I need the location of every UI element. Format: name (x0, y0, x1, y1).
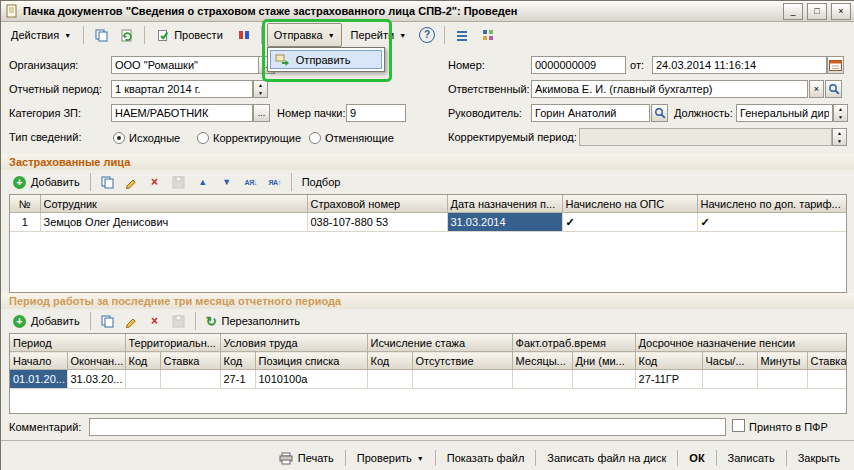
insured-sort-asc-button[interactable]: АЯ↓ (240, 171, 262, 193)
col-header-employee[interactable]: Сотрудник (40, 195, 307, 213)
insured-delete-button[interactable]: × (144, 171, 166, 193)
cell-list-position[interactable]: 1010100а (255, 370, 367, 389)
periods-add-button[interactable]: + Добавить (8, 310, 85, 332)
menu-item-send[interactable]: Отправить (270, 50, 382, 69)
group-early-pension[interactable]: Досрочное назначение пенсии (635, 334, 847, 352)
category-ellipsis-button[interactable]: ... (253, 104, 270, 122)
insured-edit-button[interactable] (120, 171, 142, 193)
number-input[interactable] (531, 56, 626, 74)
close-button[interactable]: × (831, 3, 851, 20)
col-list-position[interactable]: Позиция списка (255, 352, 367, 370)
periods-row[interactable]: 01.01.20... 31.03.20... 27-1 1010100а 27… (10, 370, 847, 389)
cell-minutes[interactable] (757, 370, 807, 389)
cell-absence[interactable] (412, 370, 512, 389)
responsible-clear-button[interactable]: × (809, 80, 824, 98)
cell-pension-code[interactable]: 27-11ГР (635, 370, 702, 389)
responsible-lookup-button[interactable] (825, 80, 842, 98)
close-form-button[interactable]: Закрыть (790, 446, 848, 470)
report-period-spinner[interactable]: ▲ ▼ (253, 80, 268, 98)
cell-terr-rate[interactable] (160, 370, 220, 389)
show-file-button[interactable]: Показать файл (439, 446, 533, 470)
manager-input[interactable] (531, 104, 650, 122)
col-cond-code[interactable]: Код (220, 352, 255, 370)
col-rate[interactable]: Ставка (807, 352, 847, 370)
col-months[interactable]: Месяцы... (512, 352, 572, 370)
cell-assign-date[interactable]: 31.03.2014 (447, 213, 562, 232)
ok-button[interactable]: ОК (681, 446, 712, 470)
cell-snils[interactable]: 038-107-880 53 (307, 213, 447, 232)
save-file-to-disk-button[interactable]: Записать файл на диск (539, 446, 674, 470)
cell-days[interactable] (572, 370, 635, 389)
insured-add-button[interactable]: + Добавить (8, 171, 85, 193)
actions-menu-button[interactable]: Действия ▼ (4, 23, 78, 47)
col-days[interactable]: Дни (ми... (572, 352, 635, 370)
col-pension-code[interactable]: Код (635, 352, 702, 370)
insured-copy-button[interactable] (96, 171, 118, 193)
minimize-button[interactable]: _ (783, 3, 803, 20)
print-button[interactable]: Печать (271, 446, 342, 470)
send-menu-button[interactable]: Отправка ▼ Отправить (267, 23, 342, 47)
position-input[interactable] (736, 104, 833, 122)
goto-menu-button[interactable]: Перейти ▼ (344, 23, 414, 47)
col-terr-rate[interactable]: Ставка (160, 352, 220, 370)
pack-number-input[interactable] (346, 104, 406, 122)
category-input[interactable] (111, 104, 253, 122)
col-header-num[interactable]: № (10, 195, 40, 213)
cell-dop-check[interactable]: ✓ (697, 213, 847, 232)
copy-document-button[interactable] (89, 23, 113, 47)
radio-korrektiruyushchie[interactable] (197, 132, 209, 144)
cell-ops-check[interactable]: ✓ (562, 213, 697, 232)
cell-cond-code[interactable]: 27-1 (220, 370, 255, 389)
col-start[interactable]: Начало (10, 352, 67, 370)
col-absence[interactable]: Отсутствие (412, 352, 512, 370)
col-minutes[interactable]: Минуты (757, 352, 807, 370)
col-header-assign-date[interactable]: Дата назначения п... (447, 195, 562, 213)
col-end[interactable]: Окончан... (67, 352, 125, 370)
insured-pick-button[interactable]: Подбор (297, 171, 346, 193)
periods-delete-button[interactable]: × (144, 310, 166, 332)
maximize-button[interactable]: □ (807, 3, 827, 20)
insured-move-up-button[interactable]: ▲ (192, 171, 214, 193)
col-terr-code[interactable]: Код (125, 352, 160, 370)
periods-refill-button[interactable]: ↻ Перезаполнить (201, 310, 305, 332)
col-calc-code[interactable]: Код (367, 352, 412, 370)
responsible-input[interactable] (531, 80, 808, 98)
insured-row[interactable]: 1 Земцов Олег Денисович 038-107-880 53 3… (10, 213, 847, 232)
help-button[interactable]: ? (415, 23, 439, 47)
cell-months[interactable] (512, 370, 572, 389)
col-header-dop-tarif[interactable]: Начислено по доп. тариф... (697, 195, 847, 213)
cell-end[interactable]: 31.03.20... (67, 370, 125, 389)
comment-input[interactable] (89, 418, 726, 436)
periods-edit-button[interactable] (120, 310, 142, 332)
pfr-checkbox[interactable] (732, 419, 745, 432)
group-period[interactable]: Период (10, 334, 125, 352)
group-territorial[interactable]: Территориальн... (125, 334, 220, 352)
group-service-calc[interactable]: Исчисление стажа (367, 334, 512, 352)
group-work-conditions[interactable]: Условия труда (220, 334, 367, 352)
manager-lookup-button[interactable] (651, 104, 668, 122)
org-input[interactable] (111, 56, 259, 74)
reread-button[interactable] (115, 23, 139, 47)
cell-rate[interactable] (807, 370, 847, 389)
col-header-snils[interactable]: Страховой номер (307, 195, 447, 213)
insured-sort-desc-button[interactable]: ЯА↑ (264, 171, 286, 193)
cell-num[interactable]: 1 (10, 213, 40, 232)
title-bar[interactable]: Пачка документов "Сведения о страховом с… (1, 1, 854, 22)
cell-start[interactable]: 01.01.20... (10, 370, 67, 389)
cell-terr-code[interactable] (125, 370, 160, 389)
post-button[interactable]: Провести (150, 23, 230, 47)
col-header-ops[interactable]: Начислено на ОПС (562, 195, 697, 213)
calendar-button[interactable] (827, 56, 844, 74)
form-settings-button[interactable] (476, 23, 500, 47)
position-spinner[interactable]: ▲ ▼ (833, 104, 848, 122)
cell-hours[interactable] (702, 370, 757, 389)
cell-calc-code[interactable] (367, 370, 412, 389)
insured-move-down-button[interactable]: ▼ (216, 171, 238, 193)
list-settings-button[interactable] (450, 23, 474, 47)
save-button[interactable]: Записать (720, 446, 783, 470)
cell-employee[interactable]: Земцов Олег Денисович (40, 213, 307, 232)
report-period-input[interactable] (111, 80, 253, 98)
col-hours[interactable]: Часы/... (702, 352, 757, 370)
radio-ishodnye[interactable] (113, 132, 125, 144)
periods-copy-button[interactable] (96, 310, 118, 332)
